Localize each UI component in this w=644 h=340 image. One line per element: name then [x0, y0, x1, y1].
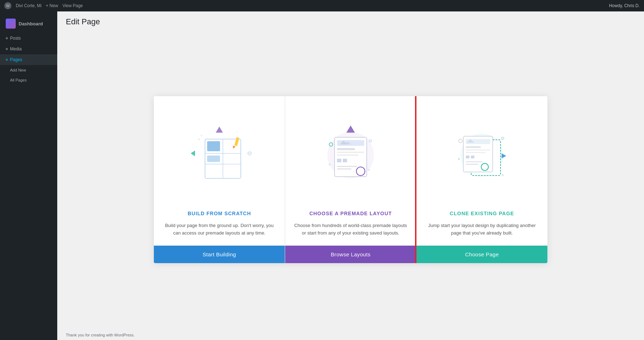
card-illustration-layout: × ×: [285, 96, 416, 203]
card-desc-layout: Choose from hundreds of world-class prem…: [294, 222, 408, 237]
sidebar-brand[interactable]: Dashboard: [0, 14, 57, 33]
builder-area: ×: [57, 29, 644, 330]
sidebar-item-label: Media: [10, 46, 22, 51]
wp-footer: Thank you for creating with WordPress.: [57, 330, 644, 340]
sidebar-item-label: All Pages: [10, 78, 26, 82]
card-illustration-scratch: ×: [154, 96, 285, 203]
footer-text: Thank you for creating with WordPress.: [66, 333, 135, 337]
svg-text:×: ×: [368, 168, 370, 172]
svg-rect-31: [337, 166, 357, 167]
svg-rect-49: [466, 161, 482, 162]
site-name[interactable]: Divi Corte, Mi: [16, 3, 42, 8]
new-link[interactable]: + New: [46, 3, 58, 8]
card-premade-layout[interactable]: × ×: [285, 96, 416, 263]
card-desc-scratch: Build your page from the ground up. Don'…: [162, 222, 276, 237]
card-title-scratch: BUILD FROM SCRATCH: [162, 211, 276, 216]
browse-layouts-button[interactable]: Browse Layouts: [285, 246, 416, 263]
svg-rect-12: [207, 156, 220, 162]
svg-rect-28: [337, 159, 341, 162]
wp-logo: W: [4, 2, 11, 9]
svg-rect-26: [337, 152, 364, 153]
sidebar-item-pages[interactable]: Pages: [0, 54, 57, 65]
start-building-button[interactable]: Start Building: [154, 246, 285, 263]
admin-bar: W Divi Corte, Mi + New View Page Howdy, …: [0, 0, 644, 11]
svg-rect-47: [471, 156, 474, 158]
svg-marker-38: [502, 153, 506, 158]
svg-rect-27: [337, 154, 358, 156]
content-area: Edit Page: [57, 11, 644, 340]
card-content-clone: CLONE EXISTING PAGE Jump start your layo…: [416, 203, 547, 246]
svg-text:×: ×: [198, 137, 200, 142]
options-wrapper: ×: [154, 96, 547, 263]
svg-rect-43: [466, 146, 481, 148]
svg-rect-32: [337, 168, 351, 169]
card-title-clone: CLONE EXISTING PAGE: [425, 211, 539, 216]
sidebar-dot: [6, 37, 8, 39]
sidebar-item-posts[interactable]: Posts: [0, 33, 57, 44]
svg-rect-29: [343, 159, 347, 162]
sidebar-dot: [6, 59, 8, 61]
sidebar-item-media[interactable]: Media: [0, 44, 57, 54]
brand-label: Dashboard: [19, 21, 43, 26]
svg-point-1: [236, 131, 238, 133]
svg-point-17: [369, 139, 372, 142]
svg-rect-22: [337, 140, 364, 146]
svg-text:×: ×: [328, 162, 331, 167]
card-clone-page[interactable]: × ×: [415, 96, 547, 263]
svg-rect-50: [466, 164, 478, 165]
user-greeting: Howdy, Chris D.: [609, 3, 640, 8]
svg-point-35: [501, 137, 504, 140]
card-content-layout: CHOOSE A PREMADE LAYOUT Choose from hund…: [285, 203, 416, 246]
sidebar-item-add-new[interactable]: Add New: [0, 65, 57, 75]
sidebar-dot: [6, 48, 8, 50]
svg-point-34: [459, 139, 462, 143]
svg-marker-20: [346, 125, 355, 133]
svg-text:×: ×: [458, 157, 460, 162]
svg-rect-25: [337, 148, 355, 150]
svg-rect-11: [207, 141, 220, 151]
svg-marker-3: [216, 127, 223, 133]
svg-point-5: [248, 152, 252, 155]
svg-point-0: [200, 134, 203, 137]
sidebar-item-all-pages[interactable]: All Pages: [0, 75, 57, 85]
svg-rect-45: [466, 152, 486, 153]
card-illustration-clone: × ×: [416, 96, 547, 203]
sidebar-item-label: Posts: [10, 36, 21, 41]
card-desc-clone: Jump start your layout design by duplica…: [425, 222, 539, 237]
sidebar-item-label: Pages: [10, 57, 22, 62]
svg-rect-46: [466, 156, 469, 158]
card-content-scratch: BUILD FROM SCRATCH Build your page from …: [154, 203, 285, 246]
sidebar: Dashboard Posts Media Pages Add New All …: [0, 11, 57, 340]
svg-text:×: ×: [502, 173, 504, 177]
svg-rect-44: [466, 149, 490, 151]
svg-marker-4: [191, 151, 195, 156]
card-title-layout: CHOOSE A PREMADE LAYOUT: [294, 211, 408, 216]
card-build-from-scratch[interactable]: ×: [154, 96, 285, 263]
sidebar-item-label: Add New: [10, 68, 26, 72]
view-page-link[interactable]: View Page: [62, 3, 83, 8]
page-title: Edit Page: [66, 17, 635, 26]
page-header: Edit Page: [57, 11, 644, 29]
choose-page-button[interactable]: Choose Page: [416, 246, 547, 263]
brand-icon: [6, 19, 16, 29]
